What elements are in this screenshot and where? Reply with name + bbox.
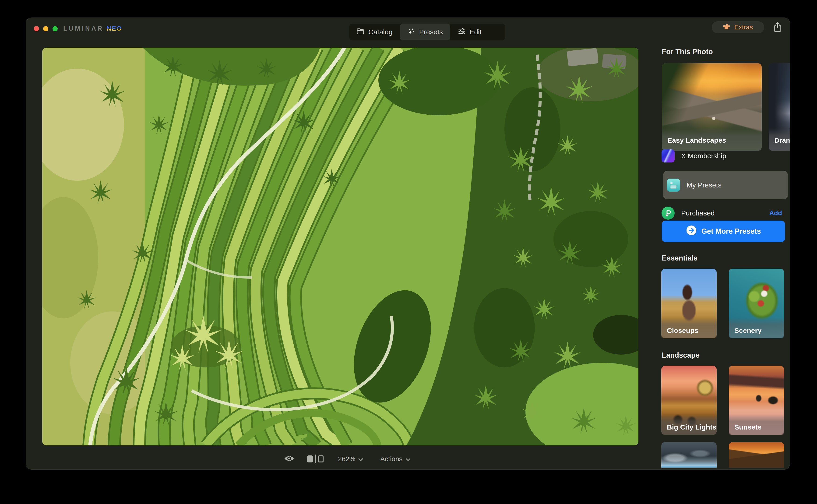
sidebar-item-label: Purchased	[681, 209, 715, 217]
sparkles-icon	[407, 27, 415, 37]
extras-label: Extras	[734, 24, 753, 31]
preset-card-label: Closeups	[667, 327, 698, 335]
tab-presets-label: Presets	[419, 28, 443, 36]
preset-card-label: Dramatic	[774, 136, 790, 144]
tab-presets[interactable]: Presets	[400, 24, 450, 40]
heart-list-icon	[667, 179, 680, 192]
preset-card-dramatic[interactable]: Dramatic	[769, 63, 790, 151]
preset-thumbnail	[661, 442, 717, 468]
preset-card-scenery[interactable]: Scenery	[729, 269, 784, 338]
logo-luminar: LUMINAR	[63, 25, 104, 32]
chevron-down-icon	[405, 455, 411, 463]
zoom-window-button[interactable]	[53, 26, 58, 31]
x-membership-icon	[662, 149, 675, 162]
puzzle-icon	[723, 23, 731, 32]
share-icon	[773, 22, 782, 33]
preset-card-label: Big City Lights	[667, 423, 716, 431]
preset-card-big-city-lights[interactable]: Big City Lights	[661, 366, 717, 435]
tab-edit[interactable]: Edit	[450, 24, 489, 40]
preset-card-label: Sunsets	[734, 423, 762, 431]
app-window: LUMINARNEO Catalog Presets	[26, 18, 790, 470]
preset-card-label: Easy Landscapes	[667, 136, 726, 144]
sidebar-item-label: X Membership	[681, 152, 726, 160]
tab-catalog[interactable]: Catalog	[349, 24, 400, 40]
sidebar-item-x-membership[interactable]: X Membership	[662, 148, 790, 163]
logo-neo: NEO	[106, 25, 122, 32]
minimize-button[interactable]	[43, 26, 48, 31]
preset-card-closeups[interactable]: Closeups	[661, 269, 717, 338]
extras-button[interactable]: Extras	[712, 21, 764, 33]
photo-canvas[interactable]: .u{stroke:#4a761f;stroke-width:56;fill:n…	[42, 48, 638, 445]
tab-catalog-label: Catalog	[368, 28, 392, 36]
view-switcher: Catalog Presets Edit	[349, 24, 505, 40]
sidebar-item-label: My Presets	[687, 181, 722, 189]
arrow-right-circle-icon	[686, 225, 697, 238]
preset-card-partial[interactable]	[729, 442, 784, 468]
preset-card-easy-landscapes[interactable]: Easy Landscapes	[662, 63, 762, 151]
share-button[interactable]	[772, 22, 783, 33]
section-heading-landscape: Landscape	[662, 351, 700, 359]
compare-icon	[307, 455, 313, 462]
eye-icon	[284, 455, 294, 463]
zoom-level-dropdown[interactable]: 262%	[338, 455, 363, 463]
preview-toggle-button[interactable]	[284, 455, 294, 463]
preset-card-sunsets[interactable]: Sunsets	[729, 366, 784, 435]
canvas-toolbar: 262% Actions	[270, 451, 433, 467]
get-more-presets-button[interactable]: Get More Presets	[662, 221, 785, 242]
sidebar-item-purchased[interactable]: Purchased Add	[662, 206, 790, 221]
chevron-down-icon	[358, 455, 363, 463]
sliders-icon	[458, 28, 466, 36]
preset-card-label: Scenery	[734, 327, 762, 335]
folder-icon	[357, 28, 365, 36]
for-this-photo-heading: For This Photo	[662, 48, 713, 56]
for-this-photo-carousel: Easy Landscapes Dramatic	[662, 63, 790, 151]
get-more-presets-label: Get More Presets	[701, 227, 761, 236]
tab-edit-label: Edit	[469, 28, 482, 36]
app-logo: LUMINARNEO	[63, 25, 122, 32]
preset-card-partial[interactable]	[661, 442, 717, 468]
purchased-add-link[interactable]: Add	[769, 209, 782, 217]
purchased-icon	[662, 207, 675, 220]
close-button[interactable]	[34, 26, 39, 31]
actions-dropdown[interactable]: Actions	[380, 455, 411, 463]
compare-view-button[interactable]	[307, 455, 324, 463]
section-heading-essentials: Essentials	[662, 254, 697, 262]
preset-thumbnail	[729, 442, 784, 468]
sidebar-item-my-presets[interactable]: My Presets	[663, 171, 788, 199]
actions-label: Actions	[380, 455, 402, 463]
zoom-level-value: 262%	[338, 455, 355, 463]
